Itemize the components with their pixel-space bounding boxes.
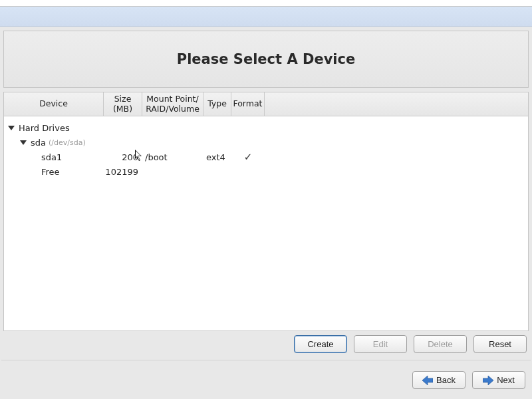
edit-button: Edit [354, 335, 407, 353]
delete-button-label: Delete [428, 339, 453, 349]
window-top-strip [0, 0, 532, 7]
partition-size: 200 [104, 152, 142, 162]
nav-button-row: Back Next [1, 360, 531, 396]
free-label: Free [41, 167, 60, 177]
edit-button-label: Edit [373, 339, 388, 349]
main-container: Please Select A Device Device Size (MB) … [0, 27, 532, 396]
svg-marker-1 [483, 376, 493, 385]
checkmark-icon: ✓ [244, 151, 253, 163]
reset-button-label: Reset [489, 339, 511, 349]
back-button-label: Back [436, 375, 456, 385]
free-size: 102199 [104, 167, 142, 177]
col-header-filler [265, 92, 528, 116]
action-button-row: Create Edit Delete Reset [1, 335, 531, 358]
disk-name: sda [31, 138, 46, 148]
create-button-label: Create [307, 339, 333, 349]
delete-button: Delete [414, 335, 467, 353]
expand-icon[interactable] [8, 126, 15, 130]
tree-row-harddrives[interactable]: Hard Drives [4, 120, 528, 135]
tree-row-disk[interactable]: sda (/dev/sda) [4, 135, 528, 150]
tree-label-harddrives: Hard Drives [19, 123, 70, 133]
partition-format: ✓ [231, 151, 265, 163]
partition-type: ext4 [203, 152, 231, 162]
header-band [0, 7, 532, 27]
column-headers: Device Size (MB) Mount Point/ RAID/Volum… [4, 92, 528, 116]
col-header-device[interactable]: Device [4, 92, 104, 116]
reset-button[interactable]: Reset [473, 335, 527, 353]
col-header-type[interactable]: Type [203, 92, 231, 116]
col-header-format[interactable]: Format [231, 92, 265, 116]
disk-path: (/dev/sda) [49, 138, 86, 147]
title-panel: Please Select A Device [3, 31, 529, 88]
device-tree-panel: Device Size (MB) Mount Point/ RAID/Volum… [3, 92, 529, 331]
tree-row-partition[interactable]: sda1 200 /boot ext4 ✓ [4, 150, 528, 164]
back-button[interactable]: Back [412, 371, 466, 389]
arrow-right-icon [483, 376, 493, 385]
arrow-left-icon [422, 376, 433, 385]
col-header-mount[interactable]: Mount Point/ RAID/Volume [142, 92, 203, 116]
device-tree-body[interactable]: Hard Drives sda (/dev/sda) sda1 200 /boo… [4, 116, 528, 331]
partition-mount: /boot [142, 152, 203, 162]
expand-icon[interactable] [20, 140, 27, 145]
col-header-size[interactable]: Size (MB) [104, 92, 142, 116]
page-title: Please Select A Device [177, 51, 355, 67]
next-button-label: Next [497, 375, 515, 385]
svg-marker-0 [422, 376, 433, 385]
partition-name: sda1 [41, 152, 62, 162]
create-button[interactable]: Create [294, 335, 347, 353]
tree-row-free[interactable]: Free 102199 [4, 164, 528, 179]
next-button[interactable]: Next [472, 371, 525, 389]
